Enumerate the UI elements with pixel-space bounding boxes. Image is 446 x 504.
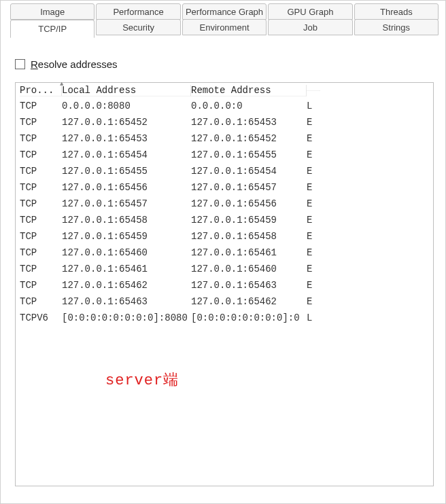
cell-remote: 127.0.0.1:65460 [191,264,307,274]
tab-label: Job [303,22,318,33]
connection-row[interactable]: TCP127.0.0.1:65459127.0.0.1:65458E [16,228,433,245]
cell-proto: TCP [20,198,62,209]
cell-remote: 127.0.0.1:65461 [191,247,307,258]
tab-image[interactable]: Image [10,3,95,20]
header-sort-icon: ▲ [60,82,63,88]
checkbox-box-icon[interactable] [15,59,25,69]
connections-listview[interactable]: ▲ Pro... Local Address Remote Address TC… [15,82,434,486]
cell-proto: TCP [20,247,62,258]
cell-state: L [307,101,320,111]
tab-strings[interactable]: Strings [354,19,439,35]
connection-row[interactable]: TCP127.0.0.1:65462127.0.0.1:65463E [16,277,433,293]
tab-job[interactable]: Job [268,19,352,35]
tab-environment[interactable]: Environment [182,19,267,35]
cell-remote: 127.0.0.1:65453 [191,117,307,128]
properties-dialog: ImagePerformancePerformance GraphGPU Gra… [0,0,446,504]
cell-state: E [307,264,320,274]
cell-state: E [307,280,320,291]
cell-proto: TCP [20,149,62,160]
connection-row[interactable]: TCP127.0.0.1:65457127.0.0.1:65456E [16,196,433,212]
cell-proto: TCP [20,215,62,226]
tab-performance-graph[interactable]: Performance Graph [182,3,267,20]
cell-state: L [307,312,320,323]
cell-local: 127.0.0.1:65454 [62,149,191,160]
cell-state: E [307,247,320,258]
cell-state: E [307,231,320,242]
cell-state: E [307,296,320,307]
cell-local: [0:0:0:0:0:0:0:0]:8080 [62,312,191,323]
connection-row[interactable]: TCP127.0.0.1:65463127.0.0.1:65462E [16,293,433,310]
cell-local: 127.0.0.1:65452 [62,117,191,128]
cell-remote: 0.0.0.0:0 [191,101,307,111]
annotation-label: server端 [105,370,179,390]
cell-remote: 127.0.0.1:65459 [191,215,307,226]
listview-header[interactable]: Pro... Local Address Remote Address [16,83,433,98]
col-header-protocol[interactable]: Pro... [20,85,62,96]
cell-local: 0.0.0.0:8080 [62,101,191,111]
cell-proto: TCP [20,117,62,128]
col-header-remote[interactable]: Remote Address [191,85,307,96]
tab-label: Security [122,22,154,33]
connection-row[interactable]: TCP127.0.0.1:65453127.0.0.1:65452E [16,130,433,147]
cell-local: 127.0.0.1:65456 [62,182,191,193]
cell-state: E [307,166,320,177]
tab-label: Threads [380,7,413,17]
tab-label: Strings [383,22,410,33]
cell-proto: TCP [20,264,62,274]
cell-state: E [307,133,320,144]
tab-label: GPU Graph [287,7,333,17]
col-header-state[interactable] [307,90,320,91]
tcpip-page: Resolve addresses ▲ Pro... Local Address… [10,39,439,497]
cell-local: 127.0.0.1:65455 [62,166,191,177]
tab-performance[interactable]: Performance [96,3,180,20]
cell-local: 127.0.0.1:65462 [62,280,191,291]
cell-remote: 127.0.0.1:65455 [191,149,307,160]
cell-state: E [307,198,320,209]
cell-local: 127.0.0.1:65463 [62,296,191,307]
cell-local: 127.0.0.1:65457 [62,198,191,209]
resolve-addresses-checkbox[interactable]: Resolve addresses [15,58,434,70]
cell-remote: 127.0.0.1:65463 [191,280,307,291]
cell-remote: 127.0.0.1:65454 [191,166,307,177]
cell-proto: TCP [20,231,62,242]
connection-row[interactable]: TCP127.0.0.1:65452127.0.0.1:65453E [16,114,433,130]
connection-row[interactable]: TCP127.0.0.1:65458127.0.0.1:65459E [16,212,433,228]
tab-tcp-ip[interactable]: TCP/IP [10,20,95,38]
cell-local: 127.0.0.1:65461 [62,264,191,274]
cell-proto: TCP [20,280,62,291]
cell-proto: TCP [20,133,62,144]
tab-security[interactable]: Security [96,19,180,35]
cell-proto: TCP [20,101,62,111]
cell-state: E [307,215,320,226]
cell-remote: 127.0.0.1:65462 [191,296,307,307]
connection-row[interactable]: TCP127.0.0.1:65454127.0.0.1:65455E [16,147,433,163]
cell-state: E [307,149,320,160]
cell-proto: TCP [20,166,62,177]
cell-state: E [307,117,320,128]
cell-remote: 127.0.0.1:65458 [191,231,307,242]
cell-remote: 127.0.0.1:65456 [191,198,307,209]
connection-row[interactable]: TCP127.0.0.1:65460127.0.0.1:65461E [16,245,433,261]
cell-local: 127.0.0.1:65460 [62,247,191,258]
connection-row[interactable]: TCP127.0.0.1:65461127.0.0.1:65460E [16,261,433,277]
cell-remote: 127.0.0.1:65452 [191,133,307,144]
cell-local: 127.0.0.1:65453 [62,133,191,144]
resolve-addresses-label: Resolve addresses [31,58,118,70]
cell-local: 127.0.0.1:65459 [62,231,191,242]
tab-gpu-graph[interactable]: GPU Graph [268,3,352,20]
tab-threads[interactable]: Threads [354,3,439,20]
cell-proto: TCPV6 [20,312,62,323]
cell-remote: 127.0.0.1:65457 [191,182,307,193]
tab-label: TCP/IP [38,24,67,34]
cell-local: 127.0.0.1:65458 [62,215,191,226]
connection-row[interactable]: TCPV6[0:0:0:0:0:0:0:0]:8080[0:0:0:0:0:0:… [16,310,433,326]
cell-remote: [0:0:0:0:0:0:0:0]:0 [191,312,307,323]
tab-label: Performance Graph [186,7,263,17]
tabstrip: ImagePerformancePerformance GraphGPU Gra… [10,3,439,39]
col-header-local[interactable]: Local Address [62,85,191,96]
connection-row[interactable]: TCP0.0.0.0:80800.0.0.0:0L [16,98,433,114]
connection-row[interactable]: TCP127.0.0.1:65455127.0.0.1:65454E [16,163,433,179]
connection-row[interactable]: TCP127.0.0.1:65456127.0.0.1:65457E [16,179,433,196]
tab-label: Image [40,7,65,17]
tab-label: Environment [200,22,250,33]
